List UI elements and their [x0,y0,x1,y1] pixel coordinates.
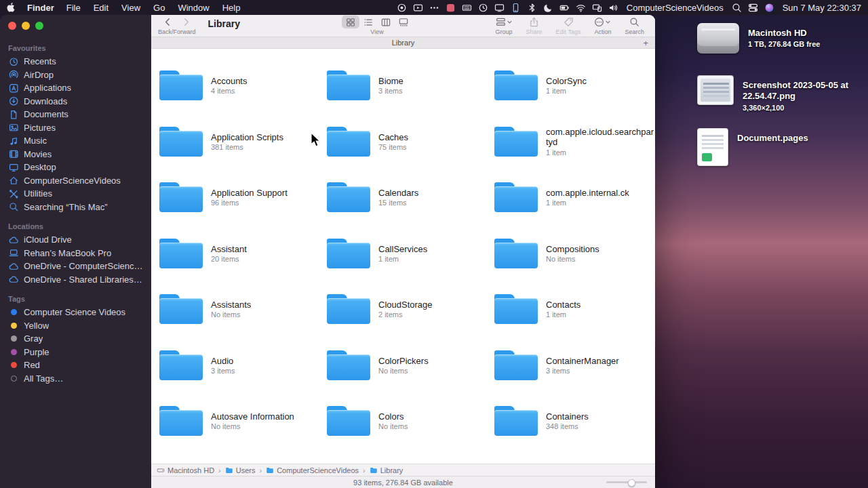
folder-grid: Accounts4 itemsBiome3 itemsColorSync1 it… [151,49,655,449]
spotlight-icon[interactable] [732,3,742,13]
phone-icon[interactable] [511,3,521,13]
folder-colorsync[interactable]: ColorSync1 item [494,58,655,114]
path-segment-macintosh-hd[interactable]: Macintosh HD [157,466,214,474]
battery-icon[interactable] [559,3,570,13]
view-as-list-button[interactable] [359,16,377,28]
sidebar-item-rehan-s-macbook-pro[interactable]: Rehan’s MacBook Pro [0,247,151,260]
sidebar-item-utilities[interactable]: Utilities [0,187,151,201]
folder-cloudstorage[interactable]: CloudStorage2 items [327,281,494,338]
sidebar-item-icloud-drive[interactable]: iCloud Drive [0,233,151,247]
sidebar-item-airdrop[interactable]: AirDrop [0,68,151,82]
folder-com-apple-icloud-searchpartyd[interactable]: com.apple.icloud.searchpartyd1 item [494,114,655,170]
path-segment-computersciencevideos[interactable]: ComputerScienceVideos [266,466,359,474]
display-icon[interactable] [494,3,505,13]
minimize-button[interactable] [22,22,30,30]
menu-bar-clock[interactable]: Sun 7 May 22:30:37 [783,3,861,13]
sidebar-item-applications[interactable]: Applications [0,81,151,95]
folder-application-support[interactable]: Application Support96 items [159,169,327,226]
menu-edit[interactable]: Edit [94,3,108,13]
menu-help[interactable]: Help [222,3,241,13]
app-menu-finder[interactable]: Finder [27,3,54,13]
user-switch-menu[interactable]: ComputerScienceVideos [627,3,724,13]
sidebar-item-all-tags[interactable]: All Tags… [0,372,151,386]
sidebar-item-searching-this-mac[interactable]: Searching “This Mac” [0,201,151,214]
path-segment-users[interactable]: Users [225,466,256,474]
edit-tags-button[interactable]: Edit Tags [556,16,581,35]
control-center-icon[interactable] [748,3,758,13]
folder-autosave-information[interactable]: Autosave InformationNo items [159,393,327,449]
zoom-slider[interactable] [606,476,647,488]
sidebar-item-recents[interactable]: Recents [0,55,151,68]
wifi-icon[interactable] [576,3,586,13]
moon-icon[interactable] [543,3,553,13]
folder-containers[interactable]: Containers348 items [494,393,655,449]
folder-assistant[interactable]: Assistant20 items [159,226,327,282]
zoom-slider-knob[interactable] [628,479,635,487]
sidebar-item-onedrive-shared-libraries-comp[interactable]: OneDrive - Shared Libraries - Comp… [0,273,151,287]
share-button[interactable]: Share [526,16,542,35]
new-tab-button[interactable]: + [640,37,651,48]
zoom-button[interactable] [35,22,43,30]
sidebar-item-documents[interactable]: Documents [0,108,151,121]
folder-containermanager[interactable]: ContainerManager3 items [494,338,655,394]
search-button[interactable]: Search [625,16,644,35]
folder-colors[interactable]: ColorsNo items [327,393,494,449]
folder-assistants[interactable]: AssistantsNo items [159,281,327,338]
view-as-icons-button[interactable] [342,16,359,28]
group-button[interactable]: Group [496,16,513,35]
sidebar-item-computer-science-videos[interactable]: Computer Science Videos [0,306,151,319]
folder-compositions[interactable]: CompositionsNo items [494,226,655,282]
desktop-icon-macintosh-hd[interactable]: Macintosh HD1 TB, 276.84 GB free [697,23,867,54]
sidebar-item-desktop[interactable]: Desktop [0,161,151,174]
bluetooth-icon[interactable] [527,3,537,13]
folder-biome[interactable]: Biome3 items [327,58,494,114]
menu-go[interactable]: Go [153,3,165,13]
sidecar-icon[interactable] [592,3,602,13]
downloads-icon [8,96,19,106]
forward-button[interactable] [181,17,191,27]
sidebar-item-purple[interactable]: Purple [0,346,151,359]
record-icon[interactable] [397,3,407,13]
sidebar-item-downloads[interactable]: Downloads [0,95,151,108]
siri-icon[interactable] [764,3,774,13]
folder-audio[interactable]: Audio3 items [159,338,327,394]
sidebar-item-pictures[interactable]: Pictures [0,121,151,135]
sidebar-item-red[interactable]: Red [0,359,151,372]
sidebar-sections: FavouritesRecentsAirDropApplicationsDown… [0,44,151,385]
folder-calendars[interactable]: Calendars15 items [327,169,494,226]
screen-mirroring-icon[interactable] [413,3,423,13]
volume-icon[interactable] [608,3,618,13]
folder-colorpickers[interactable]: ColorPickersNo items [327,338,494,394]
pink-app-icon[interactable] [446,3,456,13]
folder-count: 1 item [546,199,629,207]
folder-callservices[interactable]: CallServices1 item [327,226,494,282]
view-as-columns-button[interactable] [377,16,395,28]
view-as-gallery-button[interactable] [395,16,412,28]
desktop-icon-screenshot-2023-05-05-at-22-54-47-png[interactable]: Screenshot 2023-05-05 at 22.54.47.png3,3… [697,75,867,112]
folder-caches[interactable]: Caches75 items [327,114,494,170]
sidebar-item-movies[interactable]: Movies [0,148,151,161]
folder-com-apple-internal-ck[interactable]: com.apple.internal.ck1 item [494,169,655,226]
action-button[interactable]: Action [594,16,611,35]
folder-accounts[interactable]: Accounts4 items [159,58,327,114]
sidebar-item-computersciencevideos[interactable]: ComputerScienceVideos [0,174,151,188]
menu-window[interactable]: Window [178,3,209,13]
folder-contacts[interactable]: Contacts1 item [494,281,655,338]
more-icon[interactable] [429,3,439,13]
menu-view[interactable]: View [121,3,140,13]
folder-icon [159,404,203,438]
close-button[interactable] [8,22,16,30]
apple-menu[interactable] [7,3,15,12]
time-machine-icon[interactable] [478,3,488,13]
keyboard-icon[interactable] [462,3,472,13]
sidebar-item-music[interactable]: Music [0,134,151,148]
sidebar-item-onedrive-computersciencevideos[interactable]: OneDrive - ComputerScienceVideos [0,260,151,273]
menu-file[interactable]: File [66,3,81,13]
sidebar-item-gray[interactable]: Gray [0,332,151,346]
path-segment-library[interactable]: Library [370,466,403,474]
tab-library[interactable]: Library [392,39,415,47]
folder-application-scripts[interactable]: Application Scripts381 items [159,114,327,170]
desktop-icon-document-pages[interactable]: Document.pages [697,128,867,166]
sidebar-item-yellow[interactable]: Yellow [0,319,151,333]
back-button[interactable] [163,17,173,27]
